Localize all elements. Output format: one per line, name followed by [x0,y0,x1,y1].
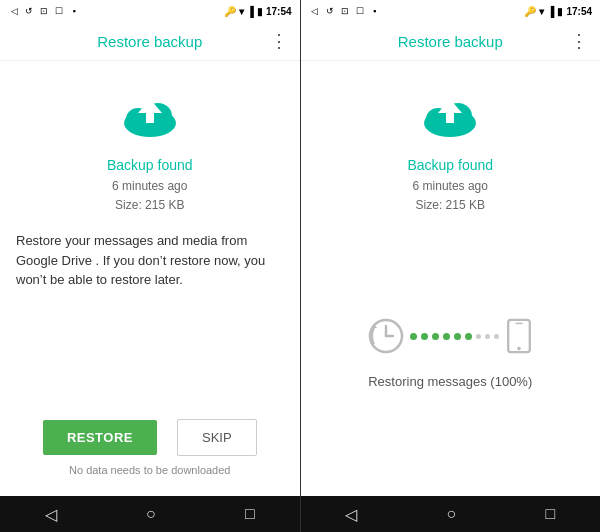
right-refresh-icon: ↺ [324,5,336,17]
cloud-upload-container [120,91,180,145]
right-home-nav[interactable]: ○ [447,505,457,523]
left-page-title: Restore backup [32,33,268,50]
left-time: 17:54 [266,6,292,17]
dot-5 [454,333,461,340]
cloud-upload-icon [120,91,180,141]
progress-visual [368,318,533,354]
dot-4 [443,333,450,340]
right-backup-meta-info: 6 minutes ago Size: 215 KB [413,177,488,215]
dot-3 [432,333,439,340]
right-page-title: Restore backup [333,33,569,50]
progress-section: Restoring messages (100%) [352,231,549,476]
sim-icon: ▪ [68,5,80,17]
right-backup-time: 6 minutes ago [413,177,488,196]
backup-size: Size: 215 KB [112,196,187,215]
right-phone-icon-status: ☐ [354,5,366,17]
right-camera-icon: ⊡ [339,5,351,17]
backup-found-label: Backup found [107,157,193,173]
backup-time: 6 minutes ago [112,177,187,196]
right-status-bar: ◁ ↺ ⊡ ☐ ▪ 🔑 ▾ ▐ ▮ 17:54 [301,0,601,22]
left-content: Backup found 6 minutes ago Size: 215 KB … [0,61,300,496]
refresh-icon: ↺ [23,5,35,17]
left-recent-nav[interactable]: □ [245,505,255,523]
camera-icon: ⊡ [38,5,50,17]
phone-icon-status: ☐ [53,5,65,17]
right-wifi-icon: ▾ [539,6,544,17]
left-status-bar: ◁ ↺ ⊡ ☐ ▪ 🔑 ▾ ▐ ▮ 17:54 [0,0,300,22]
right-status-right: 🔑 ▾ ▐ ▮ 17:54 [524,6,592,17]
right-status-icons: ◁ ↺ ⊡ ☐ ▪ [309,5,381,17]
left-top-bar: Restore backup ⋮ [0,22,300,61]
restoring-status-text: Restoring messages (100%) [368,374,532,389]
dot-2 [421,333,428,340]
right-cloud-upload-icon [420,91,480,141]
right-cloud-upload-container [420,91,480,145]
mobile-phone-icon [505,318,533,354]
dot-9 [494,334,499,339]
dot-6 [465,333,472,340]
dot-1 [410,333,417,340]
left-nav-bar: ◁ ○ □ [0,496,300,532]
left-phone: ◁ ↺ ⊡ ☐ ▪ 🔑 ▾ ▐ ▮ 17:54 Restore backup ⋮ [0,0,301,532]
left-status-icons: ◁ ↺ ⊡ ☐ ▪ [8,5,80,17]
progress-dots [410,333,499,340]
action-buttons: RESTORE SKIP [43,419,257,456]
right-lock-icon: 🔑 [524,6,536,17]
right-content: Backup found 6 minutes ago Size: 215 KB [301,61,601,496]
right-back-icon-status: ◁ [309,5,321,17]
dot-7 [476,334,481,339]
skip-button[interactable]: SKIP [177,419,257,456]
right-sim-icon: ▪ [369,5,381,17]
right-phone: ◁ ↺ ⊡ ☐ ▪ 🔑 ▾ ▐ ▮ 17:54 Restore backup ⋮ [301,0,601,532]
right-recent-nav[interactable]: □ [546,505,556,523]
restore-description: Restore your messages and media from Goo… [16,231,284,290]
right-signal-icon: ▐ [547,6,554,17]
right-nav-bar: ◁ ○ □ [301,496,601,532]
svg-point-16 [517,347,521,351]
right-backup-size: Size: 215 KB [413,196,488,215]
back-icon-status: ◁ [8,5,20,17]
left-back-nav[interactable]: ◁ [45,505,57,524]
backup-meta-info: 6 minutes ago Size: 215 KB [112,177,187,215]
battery-icon: ▮ [257,6,263,17]
left-home-nav[interactable]: ○ [146,505,156,523]
history-clock-icon [368,318,404,354]
restore-button[interactable]: RESTORE [43,420,157,455]
left-menu-button[interactable]: ⋮ [268,30,288,52]
right-backup-found-label: Backup found [407,157,493,173]
dot-8 [485,334,490,339]
wifi-icon: ▾ [239,6,244,17]
left-status-right: 🔑 ▾ ▐ ▮ 17:54 [224,6,292,17]
right-time: 17:54 [566,6,592,17]
right-menu-button[interactable]: ⋮ [568,30,588,52]
right-battery-icon: ▮ [557,6,563,17]
right-back-nav[interactable]: ◁ [345,505,357,524]
lock-icon: 🔑 [224,6,236,17]
signal-icon: ▐ [247,6,254,17]
no-download-notice: No data needs to be downloaded [69,464,230,476]
right-top-bar: Restore backup ⋮ [301,22,601,61]
